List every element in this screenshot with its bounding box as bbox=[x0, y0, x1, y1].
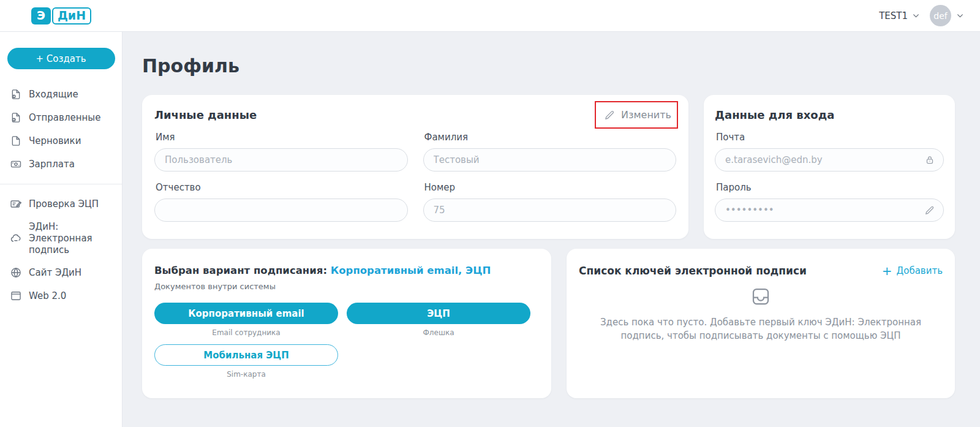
cloud-signature-icon bbox=[10, 232, 22, 244]
topbar: Э ДиН TEST1 def bbox=[0, 0, 980, 32]
sidebar-item-label: Черновики bbox=[29, 135, 81, 147]
middle-name-label: Отчество bbox=[156, 182, 407, 193]
empty-inbox-icon bbox=[750, 285, 772, 308]
edit-button[interactable]: Изменить bbox=[604, 109, 671, 121]
sidebar-item-incoming[interactable]: Входящие bbox=[0, 83, 122, 106]
last-name-input[interactable] bbox=[423, 148, 677, 172]
option-ecp-button[interactable]: ЭЦП bbox=[347, 303, 530, 324]
first-name-input[interactable] bbox=[154, 148, 408, 172]
create-button-label: Создать bbox=[47, 53, 86, 64]
number-label: Номер bbox=[424, 182, 676, 193]
sidebar-item-label: Входящие bbox=[29, 89, 78, 100]
sidebar-item-label: Зарплата bbox=[29, 159, 75, 170]
personal-card-title: Личные данные bbox=[154, 108, 257, 121]
last-name-label: Фамилия bbox=[424, 132, 676, 143]
browser-icon bbox=[10, 290, 22, 302]
password-input[interactable] bbox=[715, 198, 944, 222]
plus-icon: + bbox=[36, 53, 43, 64]
sidebar-item-label: Сайт ЭДиН bbox=[29, 267, 81, 279]
topbar-right: TEST1 def bbox=[879, 5, 980, 26]
signing-title: Выбран вариант подписания: Корпоративный… bbox=[154, 265, 539, 276]
sidebar-item-label: ЭДиН: Электронная подпись bbox=[29, 221, 116, 255]
edit-button-label: Изменить bbox=[621, 109, 671, 121]
number-input[interactable] bbox=[423, 198, 677, 222]
option-mobile-ecp-button[interactable]: Мобильная ЭЦП bbox=[154, 344, 338, 366]
sidebar-item-label: Отправленные bbox=[29, 112, 100, 124]
sidebar-item-label: Web 2.0 bbox=[29, 290, 66, 302]
sidebar-item-label: Проверка ЭЦП bbox=[29, 198, 99, 210]
signature-check-icon bbox=[10, 198, 22, 210]
keys-card-title: Список ключей электронной подписи bbox=[579, 265, 807, 277]
chevron-down-icon bbox=[912, 12, 920, 20]
workspace-name: TEST1 bbox=[879, 10, 908, 21]
logo-part-1: Э bbox=[31, 7, 51, 25]
drafts-doc-icon bbox=[10, 135, 22, 147]
lock-icon bbox=[924, 154, 935, 165]
add-key-button[interactable]: + Добавить bbox=[882, 265, 943, 277]
sidebar-item-sent[interactable]: Отправленные bbox=[0, 106, 122, 129]
option-corporate-email-button[interactable]: Корпоративный email bbox=[154, 303, 338, 324]
email-input[interactable] bbox=[715, 148, 944, 172]
add-key-label: Добавить bbox=[896, 265, 943, 276]
keys-empty-state: Здесь пока что пусто. Добавьте первый кл… bbox=[579, 285, 943, 343]
sidebar-item-web20[interactable]: Web 2.0 bbox=[0, 284, 122, 308]
workspace-selector[interactable]: TEST1 bbox=[879, 10, 920, 21]
signing-title-selected: Корпоративный email, ЭЦП bbox=[331, 265, 491, 276]
sidebar-item-cloud-signature[interactable]: ЭДиН: Электронная подпись bbox=[0, 216, 122, 261]
signing-options-card: Выбран вариант подписания: Корпоративный… bbox=[142, 249, 551, 398]
create-button[interactable]: + Создать bbox=[7, 48, 115, 69]
user-menu[interactable]: def bbox=[930, 5, 964, 26]
sidebar-item-drafts[interactable]: Черновики bbox=[0, 129, 122, 153]
signature-keys-card: Список ключей электронной подписи + Доба… bbox=[567, 249, 955, 398]
salary-icon bbox=[10, 158, 22, 170]
option-caption: Sim-карта bbox=[154, 370, 338, 379]
edin-logo[interactable]: Э ДиН bbox=[31, 7, 91, 25]
signing-title-prefix: Выбран вариант подписания: bbox=[154, 265, 331, 276]
plus-icon: + bbox=[882, 265, 892, 277]
middle-name-input[interactable] bbox=[154, 198, 408, 222]
globe-icon bbox=[10, 266, 22, 279]
personal-data-card: Личные данные Изменить bbox=[142, 95, 688, 239]
login-data-card: Данные для входа Почта Пароль bbox=[704, 95, 955, 239]
page-title: Профиль bbox=[142, 55, 955, 77]
email-label: Почта bbox=[716, 132, 943, 143]
option-caption: Email сотрудника bbox=[154, 328, 338, 337]
pencil-icon[interactable] bbox=[924, 205, 935, 216]
sidebar-divider bbox=[0, 184, 122, 184]
sent-doc-icon bbox=[10, 111, 22, 124]
sidebar-item-website[interactable]: Сайт ЭДиН bbox=[0, 261, 122, 284]
password-label: Пароль bbox=[716, 182, 943, 193]
login-card-title: Данные для входа bbox=[715, 108, 944, 121]
logo-part-2: ДиН bbox=[52, 7, 91, 25]
first-name-label: Имя bbox=[156, 132, 407, 143]
chevron-down-icon bbox=[956, 12, 964, 20]
option-caption: Флешка bbox=[347, 328, 530, 337]
avatar: def bbox=[930, 5, 951, 26]
sidebar-item-salary[interactable]: Зарплата bbox=[0, 153, 122, 176]
keys-empty-text: Здесь пока что пусто. Добавьте первый кл… bbox=[579, 316, 943, 343]
main-content: Профиль Личные данные Изменить bbox=[123, 32, 980, 427]
incoming-doc-icon bbox=[10, 88, 22, 100]
logo-zone: Э ДиН bbox=[0, 7, 123, 25]
signing-subtitle: Документов внутри системы bbox=[154, 282, 539, 291]
sidebar-item-signature-check[interactable]: Проверка ЭЦП bbox=[0, 192, 122, 216]
pencil-icon bbox=[604, 109, 616, 121]
sidebar: + Создать Входящие О bbox=[0, 32, 123, 427]
